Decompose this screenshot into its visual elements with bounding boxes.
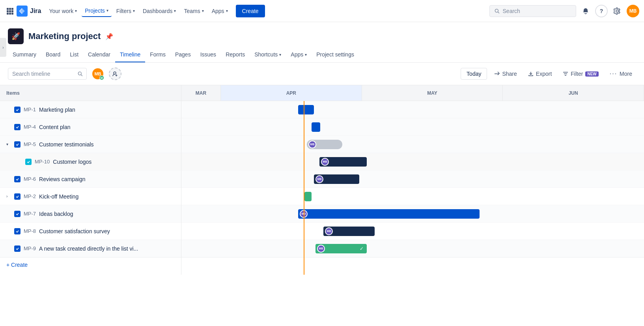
filter-button[interactable]: Filter NEW [559, 68, 602, 79]
table-row: MP-8 Customer satisfaction survey [0, 223, 181, 240]
nav-filters[interactable]: Filters ▾ [113, 6, 138, 17]
svg-line-12 [81, 75, 82, 76]
checkbox-mp9[interactable] [14, 245, 21, 252]
notifications-button[interactable] [579, 5, 592, 17]
subnav-pages[interactable]: Pages [170, 47, 196, 62]
subnav-timeline[interactable]: Timeline [115, 47, 145, 62]
gantt-bar-mp8[interactable]: MB [323, 227, 375, 236]
today-button[interactable]: Today [461, 68, 487, 80]
checkbox-mp4[interactable] [14, 124, 21, 130]
toolbar-right-actions: Today Share Export Filter NEW ··· More [461, 68, 636, 80]
gantt-chart: MAR APR MAY JUN MB [181, 85, 644, 275]
expand-icon-mp5[interactable]: ▾ [6, 142, 11, 146]
table-row: MP-7 Ideas backlog [0, 205, 181, 223]
chevron-down-icon: ▾ [75, 9, 77, 13]
today-line [304, 101, 304, 275]
gantt-bar-mp4[interactable] [312, 122, 320, 132]
new-badge: NEW [585, 71, 598, 77]
grid-menu-button[interactable] [5, 6, 15, 16]
checkbox-mp7[interactable] [14, 211, 21, 217]
gantt-bar-mp5[interactable]: MB [307, 140, 342, 149]
gantt-header: MAR APR MAY JUN [181, 85, 644, 101]
subnav-apps[interactable]: Apps ▾ [286, 47, 312, 62]
row-item-mp6[interactable]: MP-6 Reviews campaign [0, 170, 181, 187]
row-item-mp7[interactable]: MP-7 Ideas backlog [0, 205, 181, 222]
checkbox-mp10[interactable] [25, 159, 32, 165]
checkbox-mp6[interactable] [14, 176, 21, 182]
search-input[interactable] [503, 8, 571, 14]
nav-right: ? MB [489, 5, 639, 17]
user-avatar[interactable]: MB [627, 5, 639, 17]
svg-point-13 [114, 72, 116, 74]
gantt-create-row [181, 257, 644, 275]
gantt-row-mp9: MB ✓ [181, 240, 644, 257]
checkbox-mp5[interactable] [14, 141, 21, 148]
more-button[interactable]: ··· More [606, 68, 636, 80]
subnav-calendar[interactable]: Calendar [83, 47, 115, 62]
settings-button[interactable] [611, 5, 623, 17]
row-item-mp1[interactable]: MP-1 Marketing plan [0, 101, 181, 118]
project-header: 🚀 Marketing project 📌 [0, 22, 644, 44]
share-button[interactable]: Share [490, 68, 521, 79]
timeline-container: Items MP-1 Marketing plan MP-4 Content p… [0, 85, 644, 275]
search-timeline-input[interactable] [12, 71, 75, 77]
help-button[interactable]: ? [595, 5, 608, 17]
month-apr: APR [221, 85, 362, 101]
row-item-mp8[interactable]: MP-8 Customer satisfaction survey [0, 223, 181, 240]
row-item-mp5[interactable]: ▾ MP-5 Customer testimonials [0, 136, 181, 153]
row-item-mp4[interactable]: MP-4 Content plan [0, 118, 181, 135]
project-subnav: Summary Board List Calendar Timeline For… [0, 44, 644, 63]
jira-logo-text: Jira [30, 7, 41, 15]
nav-projects[interactable]: Projects ▾ [82, 5, 112, 17]
avatar-mp5: MB [308, 141, 316, 148]
nav-teams[interactable]: Teams ▾ [181, 6, 207, 17]
gantt-row-mp6: MB [181, 170, 644, 188]
subnav-list[interactable]: List [65, 47, 83, 62]
gantt-bar-mp10[interactable]: MB [319, 157, 367, 167]
nav-dashboards[interactable]: Dashboards ▾ [140, 6, 179, 17]
pin-icon[interactable]: 📌 [105, 33, 113, 40]
checkbox-mp8[interactable] [14, 228, 21, 234]
gantt-bar-mp1[interactable] [298, 105, 314, 114]
chevron-down-icon: ▾ [133, 9, 135, 13]
create-issue-button[interactable]: + Create [0, 257, 181, 272]
month-may: MAY [362, 85, 503, 101]
subnav-summary[interactable]: Summary [8, 47, 41, 62]
expand-icon-mp2[interactable]: › [6, 194, 11, 199]
gantt-row-mp8: MB [181, 223, 644, 240]
chevron-down-icon: ▾ [305, 52, 307, 57]
global-search-box[interactable] [489, 5, 576, 17]
table-row: › MP-2 Kick-off Meeting [0, 188, 181, 205]
subnav-board[interactable]: Board [41, 47, 65, 62]
subnav-forms[interactable]: Forms [145, 47, 170, 62]
sidebar-toggle[interactable]: › [0, 38, 6, 57]
gantt-bar-mp9[interactable]: MB ✓ [315, 244, 367, 253]
chevron-down-icon: ▾ [226, 9, 228, 13]
gantt-body: MB MB MB MB [181, 101, 644, 275]
row-item-mp9[interactable]: MP-9 A new task created directly in the … [0, 240, 181, 257]
gantt-bar-mp2[interactable] [304, 192, 312, 201]
row-item-mp2[interactable]: › MP-2 Kick-off Meeting [0, 188, 181, 205]
create-button[interactable]: Create [236, 5, 265, 17]
gantt-bar-mp7[interactable]: MB [298, 209, 480, 219]
add-assignee-button[interactable] [109, 67, 121, 80]
nav-your-work[interactable]: Your work ▾ [46, 6, 80, 17]
table-row: MP-10 Customer logos [0, 153, 181, 170]
search-timeline-box[interactable] [8, 68, 87, 80]
jira-logo[interactable]: Jira [17, 6, 41, 17]
nav-apps[interactable]: Apps ▾ [209, 6, 231, 17]
gantt-row-mp10: MB [181, 153, 644, 170]
subnav-reports[interactable]: Reports [221, 47, 250, 62]
export-button[interactable]: Export [524, 68, 556, 79]
subnav-issues[interactable]: Issues [196, 47, 221, 62]
top-navigation: Jira Your work ▾ Projects ▾ Filters ▾ Da… [0, 0, 644, 22]
checkbox-mp2[interactable] [14, 193, 21, 200]
subnav-shortcuts[interactable]: Shortcuts ▾ [250, 47, 286, 62]
row-item-mp10[interactable]: MP-10 Customer logos [0, 153, 181, 170]
project-icon: 🚀 [8, 28, 24, 44]
subnav-project-settings[interactable]: Project settings [312, 47, 359, 62]
user-avatar-filter[interactable]: MBM [91, 67, 104, 80]
svg-rect-3 [7, 10, 9, 12]
gantt-bar-mp6[interactable]: MB [314, 174, 359, 184]
checkbox-mp1[interactable] [14, 107, 21, 113]
